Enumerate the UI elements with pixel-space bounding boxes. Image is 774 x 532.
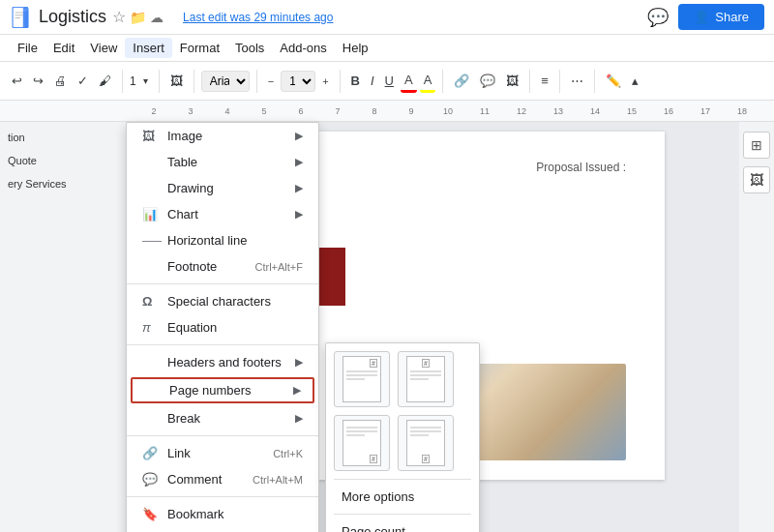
menu-item-chart[interactable]: 📊 Chart ▶ [127, 201, 318, 227]
menu-tools[interactable]: Tools [227, 38, 272, 58]
svg-rect-7 [15, 12, 23, 13]
right-icon-add-image[interactable]: 🖼 [743, 166, 770, 193]
italic-button[interactable]: I [367, 71, 378, 91]
page-numbers-submenu: # # [325, 342, 480, 532]
menu-item-comment[interactable]: 💬 Comment Ctrl+Alt+M [127, 466, 318, 492]
pn-num-bottom-right: # [370, 455, 377, 463]
toolbar-sep-4 [256, 70, 257, 93]
menu-format[interactable]: Format [172, 38, 227, 58]
align-button[interactable]: ≡ [537, 71, 552, 91]
left-text-tion: tion [8, 132, 118, 143]
pn-lines-top-center [410, 370, 441, 380]
left-text-services: ery Services [8, 178, 118, 190]
pn-num-top-right: # [370, 359, 377, 368]
pn-options-row2: # # [334, 415, 471, 471]
share-icon: 👤 [694, 10, 709, 24]
pn-num-top-center: # [422, 359, 430, 368]
divider-4 [127, 496, 318, 497]
menu-item-image[interactable]: 🖼 Image ▶ [127, 123, 318, 149]
drive-icon[interactable]: 📁 [130, 10, 146, 25]
toolbar-sep-6 [442, 70, 443, 93]
expand-button[interactable]: ▴ [628, 71, 642, 91]
spell-check-button[interactable]: ✓ [74, 71, 92, 91]
right-icons-panel: ⊞ 🖼 [739, 122, 774, 532]
toolbar-sep-8 [559, 70, 560, 93]
pn-option-bottom-center[interactable]: # [398, 415, 454, 471]
redo-button[interactable]: ↪ [29, 71, 47, 91]
comments-icon[interactable]: 💬 [647, 7, 669, 28]
menu-item-page-numbers[interactable]: Page numbers ▶ [131, 377, 314, 403]
pn-num-bottom-center: # [422, 455, 430, 463]
pn-option-top-center[interactable]: # [398, 351, 454, 407]
menu-item-bookmark[interactable]: 🔖 Bookmark [127, 501, 318, 527]
image-insert-button[interactable]: 🖼 [166, 71, 187, 91]
toolbar-sep-5 [340, 70, 341, 93]
menu-help[interactable]: Help [335, 38, 376, 58]
docs-logo-icon [10, 4, 31, 31]
toolbar-sep-2 [159, 70, 160, 93]
right-icon-add-table[interactable]: ⊞ [743, 132, 770, 159]
pn-option-bottom-right[interactable]: # [334, 415, 390, 471]
menu-item-equation[interactable]: π Equation [127, 314, 318, 340]
menu-bar: File Edit View Insert Format Tools Add-o… [0, 35, 774, 62]
font-size-decrease[interactable]: − [264, 73, 278, 90]
horizontal-line-icon: —— [142, 235, 160, 246]
bold-button[interactable]: B [347, 71, 364, 91]
menu-item-break[interactable]: Break ▶ [127, 405, 318, 431]
toolbar: ↩ ↪ 🖨 ✓ 🖌 1 ▾ 🖼 Arial − 13 + B I U A A 🔗… [0, 62, 774, 101]
toolbar-sep-1 [122, 70, 123, 93]
left-panel: tion Quote ery Services [0, 122, 126, 532]
divider-3 [127, 435, 318, 436]
zoom-label: 1 [130, 74, 136, 88]
last-edit-label: Last edit was 29 minutes ago [183, 11, 647, 24]
more-button[interactable]: ⋯ [567, 71, 587, 91]
menu-insert[interactable]: Insert [125, 38, 172, 58]
menu-edit[interactable]: Edit [45, 38, 82, 58]
menu-item-horizontal-line[interactable]: —— Horizontal line [127, 227, 318, 253]
equation-icon: π [142, 320, 160, 335]
menu-view[interactable]: View [82, 38, 125, 58]
menu-file[interactable]: File [10, 38, 45, 58]
title-bar: Logistics ☆ 📁 ☁ Last edit was 29 minutes… [0, 0, 774, 35]
special-chars-icon: Ω [142, 294, 160, 309]
share-button[interactable]: 👤 Share [678, 4, 764, 30]
pn-page-count[interactable]: Page count [334, 518, 471, 532]
svg-rect-8 [15, 15, 23, 15]
divider-2 [127, 344, 318, 345]
pn-divider-1 [334, 479, 471, 480]
menu-item-toc[interactable]: Table of contents ▶ [127, 527, 318, 532]
font-family-select[interactable]: Arial [201, 71, 250, 92]
pn-lines-bottom-right [346, 427, 377, 436]
insert-dropdown-menu: 🖼 Image ▶ Table ▶ Drawing ▶ 📊 Chart ▶ ——… [126, 122, 319, 532]
comment-button[interactable]: 💬 [476, 71, 499, 91]
menu-item-footnote[interactable]: Footnote Ctrl+Alt+F [127, 253, 318, 280]
print-button[interactable]: 🖨 [50, 71, 71, 91]
cloud-icon[interactable]: ☁ [150, 10, 164, 25]
menu-item-link[interactable]: 🔗 Link Ctrl+K [127, 440, 318, 466]
zoom-dropdown[interactable]: ▾ [139, 73, 152, 89]
menu-item-table[interactable]: Table ▶ [127, 149, 318, 175]
document-title[interactable]: Logistics [39, 7, 106, 27]
undo-button[interactable]: ↩ [8, 71, 26, 91]
menu-item-drawing[interactable]: Drawing ▶ [127, 175, 318, 201]
main-area: tion Quote ery Services Client Proposal … [0, 122, 774, 532]
pn-option-top-right[interactable]: # [334, 351, 390, 407]
pn-more-options[interactable]: More options [334, 484, 471, 510]
toolbar-sep-9 [594, 70, 595, 93]
link-icon: 🔗 [142, 446, 160, 460]
menu-addons[interactable]: Add-ons [272, 38, 334, 58]
text-color-button[interactable]: A [401, 70, 417, 93]
link-button[interactable]: 🔗 [450, 71, 473, 91]
star-icon[interactable]: ☆ [112, 8, 126, 26]
pen-button[interactable]: ✏️ [602, 71, 625, 91]
bookmark-icon: 🔖 [142, 507, 160, 521]
menu-item-special-chars[interactable]: Ω Special characters [127, 288, 318, 314]
image-button2[interactable]: 🖼 [502, 71, 522, 91]
font-size-select[interactable]: 13 [281, 71, 315, 92]
paint-format-button[interactable]: 🖌 [95, 71, 115, 91]
toolbar-sep-3 [194, 70, 194, 93]
font-size-increase[interactable]: + [318, 73, 332, 90]
highlight-button[interactable]: A [420, 70, 436, 93]
underline-button[interactable]: U [381, 71, 398, 91]
menu-item-headers-footers[interactable]: Headers and footers ▶ [127, 349, 318, 375]
